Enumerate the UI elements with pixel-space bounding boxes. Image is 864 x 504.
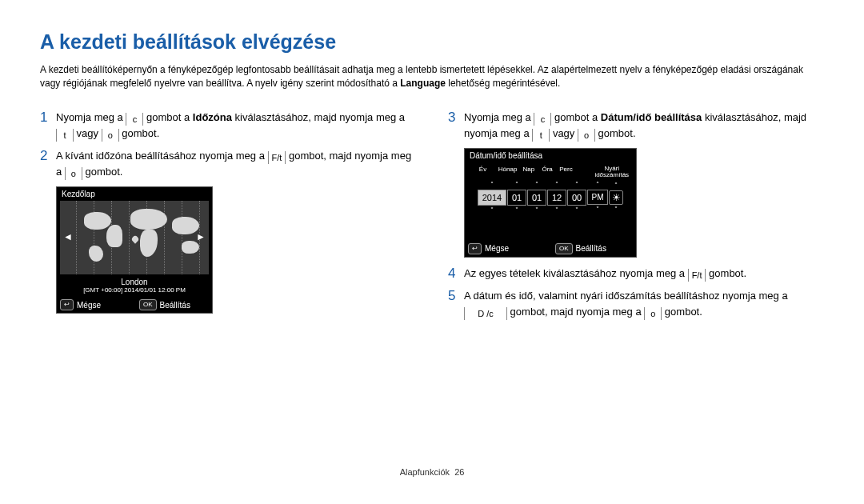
intro-text: A kezdeti beállítóképernyőn a fényképező… [40,63,824,90]
year-value[interactable]: 2014 [478,190,506,206]
button-glyph-t: t [56,129,74,142]
text: gombot. [82,166,123,178]
back-icon: ↩ [468,243,482,254]
button-glyph-o: o [578,129,595,142]
text: gombot a [143,111,192,123]
dst-sun-icon[interactable]: ☀ [609,190,623,205]
button-glyph-dc: D /c [464,307,507,320]
chevron-up-icon[interactable]: ˄ [535,180,538,190]
label-min: Perc [557,166,575,178]
text: kiválasztásához, majd nyomja meg a [232,111,405,123]
cancel-label: Mégse [77,301,101,310]
chevron-up-icon[interactable]: ˄ [575,180,578,190]
text: vagy [550,127,578,139]
button-glyph-o: o [65,167,82,180]
button-glyph-c: c [534,113,551,126]
step-2: 2 A kívánt időzóna beállításához nyomja … [40,148,416,180]
text: gombot a [551,111,600,123]
minute-value[interactable]: 00 [567,190,586,206]
day-value[interactable]: 01 [527,190,546,206]
text: Nyomja meg a [56,111,126,123]
button-glyph-o: o [102,129,119,142]
map-pin-icon [130,234,139,243]
label-month: Hónap [496,166,519,178]
right-column: 3 Nyomja meg a c gombot a Dátum/idő beál… [448,110,824,327]
text: Az egyes tételek kiválasztásához nyomja … [464,267,688,279]
text: A kívánt időzóna beállításához nyomja me… [56,150,268,162]
chevron-down-icon[interactable]: ˅ [555,206,558,215]
set-button[interactable]: OK Beállítás [130,299,209,310]
chevron-down-icon[interactable]: ˅ [614,205,618,214]
step-number: 5 [448,288,464,320]
chevron-up-icon[interactable]: ˄ [596,180,599,190]
step-3: 3 Nyomja meg a c gombot a Dátum/idő beál… [448,110,824,142]
text: A dátum és idő, valamint nyári időszámít… [464,290,788,302]
footer-page: 26 [454,467,464,477]
nav-left-icon[interactable]: ◄ [63,231,73,242]
intro-bold: Language [400,78,446,89]
text: gombot. [119,127,160,139]
text: vagy [74,127,102,139]
chevron-up-icon[interactable]: ˄ [515,180,518,190]
step-number: 2 [40,148,56,180]
back-icon: ↩ [60,299,74,310]
button-glyph-o: o [644,307,662,320]
timezone-map: ◄ ► [60,201,209,274]
footer-section: Alapfunkciók [400,467,450,477]
step-number: 3 [448,110,464,142]
ok-icon: OK [555,243,573,254]
datetime-column-labels: Év Hónap Nap Óra Perc Nyári időszámítás [465,162,636,178]
chevron-down-icon[interactable]: ˅ [535,206,538,215]
chevron-down-icon[interactable]: ˅ [490,206,494,215]
chevron-up-icon[interactable]: ˄ [614,181,618,190]
timezone-city: London [57,274,212,286]
cancel-label: Mégse [485,244,509,253]
step-5: 5 A dátum és idő, valamint nyári időszám… [448,288,824,320]
timezone-gmt: [GMT +00:00] 2014/01/01 12:00 PM [57,286,212,297]
button-glyph-ft: F/t [688,269,706,282]
text: gombot. [706,267,746,279]
bold-label: Dátum/idő beállítása [601,111,702,123]
label-hour: Óra [538,166,556,178]
ok-icon: OK [139,299,157,310]
page-footer: Alapfunkciók 26 [0,467,864,477]
intro-part2: lehetőség megérintésével. [446,78,560,89]
hour-value[interactable]: 12 [547,190,566,206]
set-button[interactable]: OK Beállítás [546,243,633,254]
chevron-up-icon[interactable]: ˄ [555,180,558,190]
step-number: 4 [448,266,464,282]
label-year: Év [470,166,496,178]
text: Nyomja meg a [464,111,534,123]
chevron-up-icon[interactable]: ˄ [490,180,494,190]
page-title: A kezdeti beállítások elvégzése [40,30,824,54]
button-glyph-ft: F/t [268,151,286,164]
nav-right-icon[interactable]: ► [196,231,206,242]
chevron-down-icon[interactable]: ˅ [515,206,518,215]
button-glyph-c: c [126,113,143,126]
step-number: 1 [40,110,56,142]
set-label: Beállítás [576,244,606,253]
chevron-down-icon[interactable]: ˅ [575,206,578,215]
chevron-down-icon[interactable]: ˅ [596,205,599,214]
text: gombot. [662,306,702,318]
screenshot-datetime: Dátum/idő beállítása Év Hónap Nap Óra Pe… [464,148,637,258]
left-column: 1 Nyomja meg a c gombot a Időzóna kivála… [40,110,416,327]
ampm-value[interactable]: PM [587,190,608,205]
step-4: 4 Az egyes tételek kiválasztásához nyomj… [448,266,824,282]
text: gombot, majd nyomja meg a [507,306,644,318]
step-1: 1 Nyomja meg a c gombot a Időzóna kivála… [40,110,416,142]
screen-header: Kezdőlap [57,187,212,201]
screen-header: Dátum/idő beállítása [465,149,636,162]
cancel-button[interactable]: ↩ Mégse [468,243,546,254]
label-day: Nap [519,166,538,178]
set-label: Beállítás [160,301,190,310]
bold-label: Időzóna [193,111,232,123]
text: gombot. [595,127,636,139]
label-dst: Nyári időszámítás [592,166,631,178]
screenshot-timezone: Kezdőlap [56,186,213,314]
button-glyph-t: t [532,129,550,142]
month-value[interactable]: 01 [507,190,526,206]
cancel-button[interactable]: ↩ Mégse [60,299,130,310]
